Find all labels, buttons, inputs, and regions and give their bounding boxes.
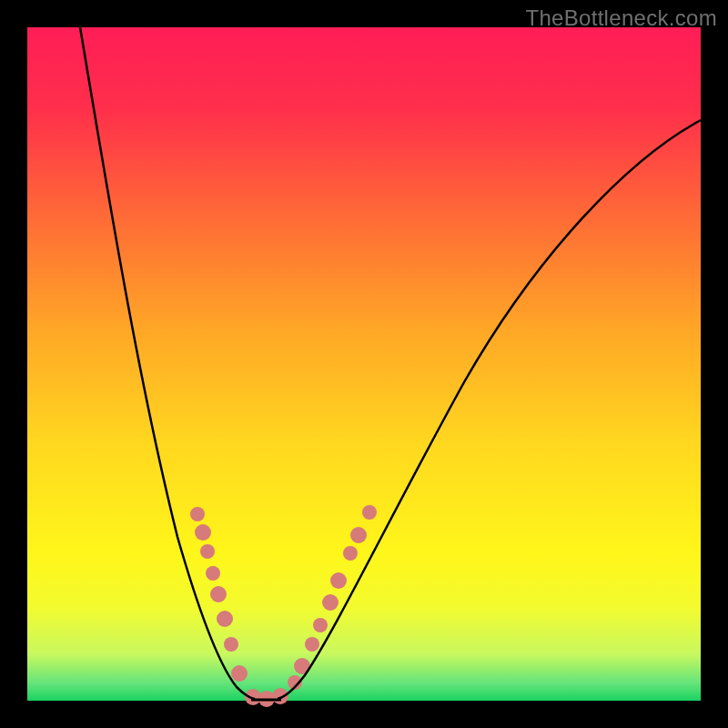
- data-dot: [362, 505, 377, 520]
- bottleneck-curve-left: [80, 27, 255, 699]
- bottleneck-curve-right: [278, 120, 701, 699]
- data-dots-group: [190, 505, 377, 707]
- data-dot: [206, 566, 220, 581]
- curve-layer: [27, 27, 701, 701]
- data-dot: [313, 618, 328, 632]
- data-dot: [330, 572, 347, 589]
- data-dot: [217, 611, 233, 627]
- data-dot: [224, 637, 238, 652]
- data-dot: [322, 594, 339, 611]
- data-dot: [210, 586, 227, 602]
- data-dot: [195, 524, 211, 541]
- data-dot: [200, 544, 215, 559]
- data-dot: [305, 637, 319, 652]
- data-dot: [231, 665, 248, 682]
- watermark-text: TheBottleneck.com: [525, 5, 717, 31]
- data-dot: [343, 546, 358, 561]
- data-dot: [350, 527, 367, 543]
- data-dot: [190, 507, 205, 521]
- chart-frame: TheBottleneck.com: [0, 0, 728, 728]
